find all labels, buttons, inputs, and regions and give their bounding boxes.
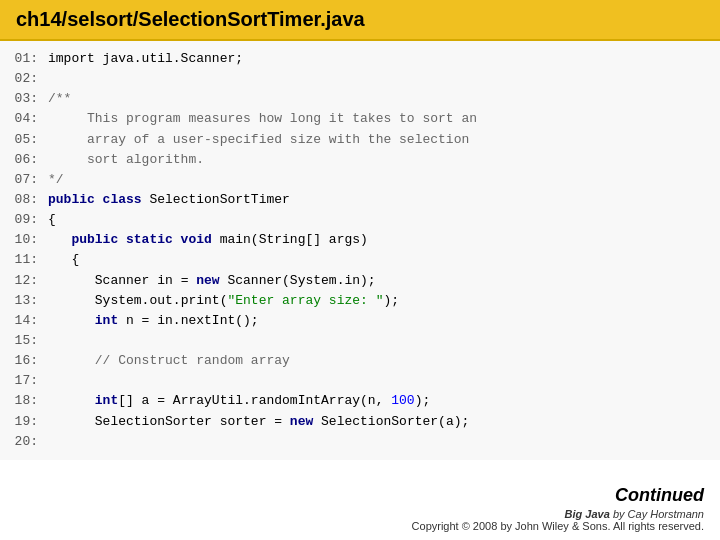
code-line-03: 03: /** — [8, 89, 704, 109]
line-number: 12: — [8, 271, 38, 291]
code-content — [48, 432, 56, 452]
line-number: 20: — [8, 432, 38, 452]
line-number: 13: — [8, 291, 38, 311]
code-content: { — [48, 210, 56, 230]
code-line-08: 08: public class SelectionSortTimer — [8, 190, 704, 210]
copyright-text: Copyright © 2008 by John Wiley & Sons. A… — [412, 520, 704, 532]
code-line-20: 20: — [8, 432, 704, 452]
line-number: 02: — [8, 69, 38, 89]
code-line-11: 11: { — [8, 250, 704, 270]
line-number: 15: — [8, 331, 38, 351]
code-line-10: 10: public static void main(String[] arg… — [8, 230, 704, 250]
page-title: ch14/selsort/SelectionSortTimer.java — [0, 0, 720, 41]
code-line-01: 01: import java.util.Scanner; — [8, 49, 704, 69]
footer: Continued Big Java by Cay Horstmann Copy… — [412, 485, 704, 532]
code-line-09: 09: { — [8, 210, 704, 230]
line-number: 17: — [8, 371, 38, 391]
code-content: /** — [48, 89, 71, 109]
code-line-13: 13: System.out.print("Enter array size: … — [8, 291, 704, 311]
code-line-16: 16: // Construct random array — [8, 351, 704, 371]
code-content — [48, 69, 56, 89]
code-content: public class SelectionSortTimer — [48, 190, 290, 210]
code-line-04: 04: This program measures how long it ta… — [8, 109, 704, 129]
line-number: 09: — [8, 210, 38, 230]
line-number: 19: — [8, 412, 38, 432]
code-content: sort algorithm. — [48, 150, 204, 170]
code-line-12: 12: Scanner in = new Scanner(System.in); — [8, 271, 704, 291]
continued-label: Continued — [412, 485, 704, 506]
code-content: */ — [48, 170, 64, 190]
code-line-02: 02: — [8, 69, 704, 89]
code-content — [48, 371, 56, 391]
code-line-07: 07: */ — [8, 170, 704, 190]
line-number: 05: — [8, 130, 38, 150]
code-line-15: 15: — [8, 331, 704, 351]
line-number: 01: — [8, 49, 38, 69]
line-number: 06: — [8, 150, 38, 170]
code-block: 01: import java.util.Scanner; 02: 03: /*… — [0, 41, 720, 460]
code-content: System.out.print("Enter array size: "); — [48, 291, 399, 311]
code-content: array of a user-specified size with the … — [48, 130, 469, 150]
code-content: public static void main(String[] args) — [48, 230, 368, 250]
line-number: 08: — [8, 190, 38, 210]
line-number: 04: — [8, 109, 38, 129]
code-line-05: 05: array of a user-specified size with … — [8, 130, 704, 150]
code-content: Scanner in = new Scanner(System.in); — [48, 271, 376, 291]
line-number: 16: — [8, 351, 38, 371]
code-content: SelectionSorter sorter = new SelectionSo… — [48, 412, 469, 432]
code-line-14: 14: int n = in.nextInt(); — [8, 311, 704, 331]
code-content: int[] a = ArrayUtil.randomIntArray(n, 10… — [48, 391, 430, 411]
code-line-18: 18: int[] a = ArrayUtil.randomIntArray(n… — [8, 391, 704, 411]
code-line-19: 19: SelectionSorter sorter = new Selecti… — [8, 412, 704, 432]
author-text: by Cay Horstmann — [610, 508, 704, 520]
line-number: 03: — [8, 89, 38, 109]
code-content: int n = in.nextInt(); — [48, 311, 259, 331]
code-content: This program measures how long it takes … — [48, 109, 477, 129]
code-line-17: 17: — [8, 371, 704, 391]
line-number: 10: — [8, 230, 38, 250]
code-line-06: 06: sort algorithm. — [8, 150, 704, 170]
code-content: // Construct random array — [48, 351, 290, 371]
code-content — [48, 331, 56, 351]
line-number: 14: — [8, 311, 38, 331]
code-content: import java.util.Scanner; — [48, 49, 243, 69]
line-number: 18: — [8, 391, 38, 411]
line-number: 11: — [8, 250, 38, 270]
line-number: 07: — [8, 170, 38, 190]
book-title: Big Java — [565, 508, 610, 520]
book-credit: Big Java by Cay Horstmann — [412, 508, 704, 520]
code-content: { — [48, 250, 79, 270]
